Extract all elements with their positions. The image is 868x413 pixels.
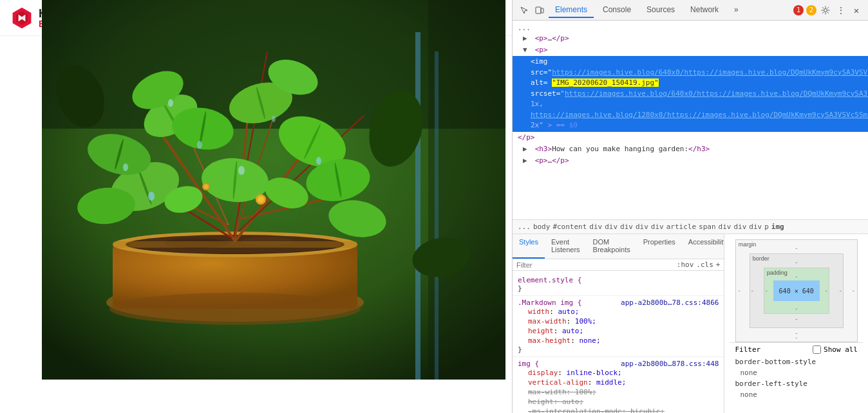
tab-console[interactable]: Console xyxy=(596,3,637,18)
svg-rect-16 xyxy=(415,32,420,380)
element-img-selected[interactable]: <img src="https://images.hive.blog/640x0… xyxy=(513,56,868,132)
tab-styles[interactable]: Styles xyxy=(513,234,545,259)
expand-arrow-2: ▼ xyxy=(523,45,531,55)
class-button[interactable]: .cls xyxy=(696,261,713,269)
computed-border-left-style-value: none xyxy=(735,389,858,400)
prop-max-width-strike: max-width: 100%; xyxy=(518,387,719,397)
svg-rect-15 xyxy=(428,0,505,380)
devtools-settings-button[interactable] xyxy=(819,4,832,17)
padding-top-value: - xyxy=(795,273,797,280)
svg-point-67 xyxy=(203,184,209,189)
outer-bottom-dash: - xyxy=(795,335,797,341)
breadcrumb-div-7[interactable]: div xyxy=(733,223,746,231)
border-left-value: - xyxy=(751,288,753,294)
source-img-1[interactable]: app-a2b800b…878.css:448 xyxy=(621,360,719,368)
filter-buttons: :hov .cls + xyxy=(677,261,721,269)
breadcrumb-div-2[interactable]: div xyxy=(605,223,618,231)
breadcrumb-article[interactable]: article xyxy=(666,223,696,231)
element-p-last[interactable]: ▶ <p>…</p> xyxy=(513,155,868,167)
breadcrumb-div-5[interactable]: div xyxy=(651,223,664,231)
website-panel: HIVE BLOG xyxy=(0,0,512,413)
computed-border-left-style: border-left-style xyxy=(735,378,858,389)
computed-section: Filter Show all border-bottom-style none… xyxy=(730,342,863,403)
plant-image xyxy=(42,0,505,380)
svg-point-58 xyxy=(197,141,202,149)
tab-accessibility[interactable]: Accessibility xyxy=(682,234,725,259)
box-padding: padding - - - - 640 × 640 xyxy=(764,268,829,314)
computed-border-bottom-style: border-bottom-style xyxy=(735,356,858,367)
svg-point-62 xyxy=(272,116,276,122)
breadcrumb-div-1[interactable]: div xyxy=(589,223,602,231)
breadcrumb-img[interactable]: img xyxy=(771,223,784,231)
tab-event-listeners[interactable]: Event Listeners xyxy=(545,234,587,259)
selector-img-1: img { xyxy=(518,360,539,368)
hive-logo-icon xyxy=(10,6,33,30)
element-p-1[interactable]: ▶ <p>…</p> xyxy=(513,33,868,44)
expand-arrow: ▶ xyxy=(523,33,531,44)
style-rule-img-1: img { app-a2b800b…878.css:448 display: i… xyxy=(513,357,724,413)
style-rule-markdown-img: .Markdown img { app-a2b800b…78.css:4866 … xyxy=(513,296,724,357)
margin-left-value: - xyxy=(739,288,741,294)
svg-point-61 xyxy=(123,163,128,171)
breadcrumb-div-6[interactable]: div xyxy=(719,223,731,231)
tab-properties[interactable]: Properties xyxy=(637,234,682,259)
srcset-link-1[interactable]: https://images.hive.blog/640x0/https://i… xyxy=(565,89,868,98)
devtools-close-button[interactable]: ✕ xyxy=(850,4,863,17)
margin-top-value: - xyxy=(795,245,797,252)
breadcrumb-p[interactable]: p xyxy=(764,223,769,231)
element-close-p[interactable]: </p> xyxy=(513,132,868,143)
svg-point-75 xyxy=(824,8,827,12)
svg-point-65 xyxy=(258,196,264,203)
devtools-more-button[interactable]: ⋮ xyxy=(835,4,847,17)
hover-pseudo-button[interactable]: :hov xyxy=(677,261,694,269)
border-top-value: - xyxy=(795,259,797,266)
tab-network[interactable]: Network xyxy=(684,3,725,18)
svg-point-60 xyxy=(316,157,321,165)
svg-rect-71 xyxy=(113,241,357,248)
prop-ms-interpolation: -ms-interpolation-mode: bicubic; xyxy=(518,407,719,413)
tab-elements[interactable]: Elements xyxy=(549,3,594,18)
add-rule-button[interactable]: + xyxy=(716,261,721,269)
styles-tabs: Styles Event Listeners DOM Breakpoints P… xyxy=(513,234,724,259)
selector-markdown-img: .Markdown img { xyxy=(518,298,581,307)
prop-vertical-align: vertical-align: middle; xyxy=(518,378,719,387)
selector-element-style: element.style { xyxy=(518,276,581,284)
breadcrumb-span[interactable]: span xyxy=(699,223,716,231)
inspect-cursor-button[interactable] xyxy=(518,4,531,17)
border-label: border xyxy=(753,255,769,262)
element-h3[interactable]: ▶ <h3>How can you make hanging garden:</… xyxy=(513,143,868,155)
breadcrumb-div-3[interactable]: div xyxy=(620,223,633,231)
breadcrumb-div-8[interactable]: div xyxy=(749,223,762,231)
style-rule-element: element.style { } xyxy=(513,273,724,296)
styles-filter-input[interactable] xyxy=(516,261,677,269)
breadcrumb-content[interactable]: #content xyxy=(552,223,587,231)
element-p-2[interactable]: ▼ <p> xyxy=(513,44,868,56)
tab-more[interactable]: » xyxy=(728,3,745,18)
error-badge: 1 xyxy=(793,5,804,15)
border-right-value: - xyxy=(840,288,842,294)
srcset-link-2[interactable]: https://images.hive.blog/1280x0/https://… xyxy=(531,111,868,119)
breadcrumb-div-4[interactable]: div xyxy=(636,223,648,231)
img-src-link[interactable]: https://images.hive.blog/640x0/https://i… xyxy=(552,68,868,77)
tab-sources[interactable]: Sources xyxy=(640,3,681,18)
error-count: 1 2 xyxy=(793,5,816,15)
svg-rect-17 xyxy=(435,51,439,380)
svg-rect-74 xyxy=(541,8,543,13)
settings-icon xyxy=(821,6,830,15)
prop-max-width: max-width: 100%; xyxy=(518,317,719,326)
breadcrumb-body[interactable]: body xyxy=(533,223,551,231)
device-toolbar-button[interactable] xyxy=(533,4,546,17)
svg-point-72 xyxy=(109,293,361,325)
prop-display: display: inline-block; xyxy=(518,368,719,378)
breadcrumb-ellipsis: ... xyxy=(518,223,531,231)
styles-left: Styles Event Listeners DOM Breakpoints P… xyxy=(513,234,724,413)
svg-point-63 xyxy=(168,99,173,107)
tab-dom-breakpoints[interactable]: DOM Breakpoints xyxy=(587,234,637,259)
dollar-sign-indicator: $0 xyxy=(569,121,578,129)
device-icon xyxy=(535,6,544,15)
prop-height: height: auto; xyxy=(518,326,719,336)
svg-point-57 xyxy=(148,192,155,201)
show-all-checkbox[interactable] xyxy=(813,345,821,354)
source-markdown-img[interactable]: app-a2b800b…78.css:4866 xyxy=(621,298,719,307)
devtools-topbar: Elements Console Sources Network » 1 2 ⋮… xyxy=(513,0,868,21)
